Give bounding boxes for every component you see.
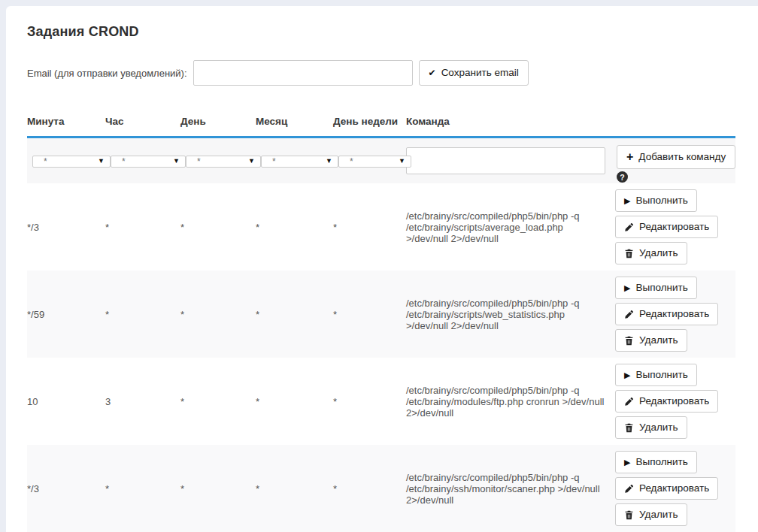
delete-button[interactable]: Удалить — [615, 242, 687, 264]
trash-icon — [624, 336, 634, 346]
header-minute: Минута — [27, 110, 105, 135]
run-button[interactable]: ▶ Выполнить — [615, 189, 697, 212]
header-weekday: День недели — [333, 110, 406, 135]
trash-icon — [624, 510, 634, 520]
month-value: * — [256, 222, 333, 233]
command-value: /etc/brainy/src/compiled/php5/bin/php -q… — [406, 298, 615, 331]
pencil-icon — [624, 484, 634, 494]
hour-value: * — [105, 483, 180, 494]
row-actions: ▶ Выполнить Редактировать Удалить — [615, 183, 735, 271]
help-icon[interactable]: ? — [617, 171, 628, 183]
cron-table: Минута Час День Месяц День недели Команд… — [27, 110, 735, 532]
month-value: * — [256, 483, 333, 494]
weekday-value: * — [333, 396, 406, 407]
weekday-value: * — [333, 483, 406, 494]
month-select[interactable]: * — [261, 156, 338, 168]
header-hour: Час — [105, 110, 180, 135]
run-button-label: Выполнить — [635, 283, 687, 293]
run-button[interactable]: ▶ Выполнить — [615, 277, 697, 299]
table-header-row: Минута Час День Месяц День недели Команд… — [27, 110, 735, 138]
email-label: Email (для отправки уведомлений): — [27, 68, 187, 79]
trash-icon — [624, 249, 634, 258]
new-task-row: * ▼ * ▼ * ▼ * ▼ * ▼ — [27, 138, 735, 183]
weekday-value: * — [333, 222, 406, 233]
add-command-button-label: Добавить команду — [638, 152, 726, 162]
run-button[interactable]: ▶ Выполнить — [615, 364, 697, 386]
command-input[interactable] — [406, 147, 605, 174]
add-command-button[interactable]: + Добавить команду — [617, 145, 735, 169]
delete-button[interactable]: Удалить — [615, 503, 687, 526]
edit-button[interactable]: Редактировать — [615, 477, 718, 500]
delete-button[interactable]: Удалить — [615, 416, 687, 439]
cron-task-row: */3 * * * * /etc/brainy/src/compiled/php… — [27, 183, 735, 271]
run-button-label: Выполнить — [635, 195, 687, 206]
minute-value: 10 — [27, 396, 105, 407]
edit-button-label: Редактировать — [639, 309, 709, 319]
delete-button[interactable]: Удалить — [615, 329, 687, 352]
weekday-select[interactable]: * — [338, 156, 411, 168]
delete-button-label: Удалить — [639, 335, 678, 346]
header-command: Команда — [406, 110, 615, 135]
edit-button[interactable]: Редактировать — [615, 216, 718, 238]
play-icon: ▶ — [624, 197, 630, 205]
pencil-icon — [624, 222, 634, 232]
pencil-icon — [624, 310, 634, 319]
trash-icon — [624, 423, 634, 433]
hour-value: * — [105, 309, 180, 320]
delete-button-label: Удалить — [639, 422, 678, 433]
month-value: * — [256, 396, 333, 407]
minute-select[interactable]: * — [32, 156, 111, 168]
cron-task-row: 10 3 * * * /etc/brainy/src/compiled/php5… — [27, 358, 735, 445]
command-value: /etc/brainy/src/compiled/php5/bin/php -q… — [406, 385, 615, 419]
day-value: * — [180, 483, 256, 494]
email-input[interactable] — [193, 60, 413, 86]
delete-button-label: Удалить — [639, 248, 678, 258]
play-icon: ▶ — [624, 371, 630, 379]
content-panel: Задания CROND Email (для отправки уведом… — [6, 6, 758, 532]
minute-value: */3 — [27, 222, 105, 233]
delete-button-label: Удалить — [639, 509, 678, 520]
run-button-label: Выполнить — [635, 457, 687, 467]
save-email-button-label: Сохранить email — [441, 68, 519, 78]
email-section: Email (для отправки уведомлений): ✔ Сохр… — [27, 60, 758, 86]
row-actions: ▶ Выполнить Редактировать Удалить — [615, 445, 735, 532]
command-value: /etc/brainy/src/compiled/php5/bin/php -q… — [406, 472, 615, 506]
command-value: /etc/brainy/src/compiled/php5/bin/php -q… — [406, 210, 615, 244]
cron-task-row: */59 * * * * /etc/brainy/src/compiled/ph… — [27, 271, 735, 358]
row-actions: ▶ Выполнить Редактировать Удалить — [615, 358, 735, 445]
header-day: День — [180, 110, 256, 135]
page-title: Задания CROND — [27, 24, 758, 40]
header-month: Месяц — [256, 110, 333, 135]
row-actions: ▶ Выполнить Редактировать Удалить — [615, 271, 735, 358]
minute-value: */59 — [27, 309, 105, 320]
hour-value: 3 — [105, 396, 180, 407]
table-body: */3 * * * * /etc/brainy/src/compiled/php… — [27, 183, 735, 532]
header-actions — [615, 117, 735, 129]
day-value: * — [180, 396, 256, 407]
weekday-value: * — [333, 309, 406, 320]
run-button[interactable]: ▶ Выполнить — [615, 451, 697, 473]
cron-task-row: */3 * * * * /etc/brainy/src/compiled/php… — [27, 445, 735, 532]
hour-select[interactable]: * — [111, 156, 186, 168]
play-icon: ▶ — [624, 284, 630, 292]
minute-value: */3 — [27, 483, 105, 494]
edit-button-label: Редактировать — [639, 483, 709, 494]
edit-button-label: Редактировать — [639, 222, 709, 232]
play-icon: ▶ — [624, 458, 630, 467]
hour-value: * — [105, 222, 180, 233]
plus-icon: + — [626, 151, 633, 163]
check-icon: ✔ — [429, 68, 436, 77]
save-email-button[interactable]: ✔ Сохранить email — [419, 60, 529, 86]
edit-button[interactable]: Редактировать — [615, 390, 718, 413]
month-value: * — [256, 309, 333, 320]
edit-button-label: Редактировать — [639, 396, 709, 407]
day-value: * — [180, 222, 256, 233]
run-button-label: Выполнить — [635, 370, 687, 380]
pencil-icon — [624, 397, 634, 407]
day-select[interactable]: * — [186, 156, 261, 168]
edit-button[interactable]: Редактировать — [615, 303, 718, 325]
day-value: * — [180, 309, 256, 320]
